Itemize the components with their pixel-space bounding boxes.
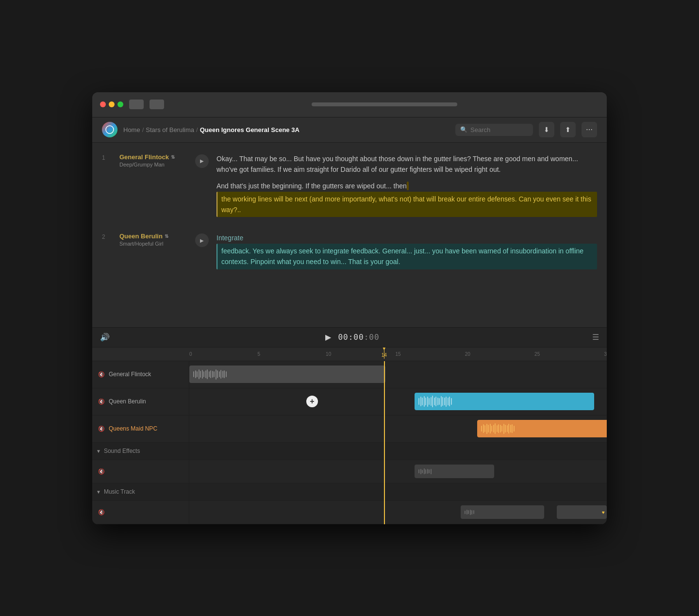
dialogue-block-1a: Okay... That may be so... But have you t… xyxy=(216,153,597,175)
traffic-lights xyxy=(100,101,123,107)
playlist-icon: ☰ xyxy=(592,333,599,342)
character-info-2: Queen Berulin ⇅ Smart/Hopeful Girl xyxy=(119,233,187,247)
waveform-1 xyxy=(189,366,385,383)
track-label-queen-berulin: 🔇 Queen Berulin xyxy=(92,388,189,415)
waveform-sound xyxy=(415,465,494,478)
mute-icon-3[interactable]: 🔇 xyxy=(98,426,105,432)
add-clip-button[interactable]: + xyxy=(306,396,318,407)
time-ms: :00 xyxy=(364,333,380,342)
header: Home / Stars of Berulima / Queen Ignores… xyxy=(92,117,607,143)
line-number-2: 2 xyxy=(102,233,112,240)
audio-clip-2[interactable] xyxy=(415,393,594,410)
play-line-2-button[interactable]: ▶ xyxy=(195,233,209,247)
more-menu-button[interactable]: ⋯ xyxy=(582,122,597,137)
track-label-general-flintock: 🔇 General Flintock xyxy=(92,361,189,388)
timeline-header: 🔊 ▶ 00:00:00 ☰ xyxy=(92,328,607,348)
section-label-text-music: Music Track xyxy=(104,488,135,495)
search-input[interactable] xyxy=(470,126,528,133)
character-sort-icon: ⇅ xyxy=(171,154,175,160)
track-content-3 xyxy=(189,416,607,442)
dialogue-block-1b: And that's just the beginning. If the gu… xyxy=(216,181,597,217)
play-line-1-button[interactable]: ▶ xyxy=(195,154,209,168)
script-area: 1 General Flintock ⇅ Deep/Grumpy Man ▶ O… xyxy=(92,143,607,327)
dialogue-2: Integrate feedback. Yes we always seek t… xyxy=(216,233,597,275)
breadcrumb-sep1: / xyxy=(142,126,144,133)
window-control-2[interactable] xyxy=(150,100,164,109)
audio-clip-sound[interactable] xyxy=(415,465,494,478)
audio-clip-1[interactable] xyxy=(189,366,385,383)
track-label-queens-maid: 🔇 Queens Maid NPC xyxy=(92,416,189,442)
highlighted-text-1 xyxy=(407,182,409,190)
download-icon: ⬇ xyxy=(544,126,549,133)
track-label-text-3: Queens Maid NPC xyxy=(109,425,157,432)
timeline-content: 0 5 10 14 15 20 25 30 xyxy=(92,348,607,524)
character-info-1: General Flintock ⇅ Deep/Grumpy Man xyxy=(119,153,187,167)
section-row-music-track: ▼ Music Track xyxy=(92,483,607,501)
dialogue-1: Okay... That may be so... But have you t… xyxy=(216,153,597,223)
section-label-music-track: ▼ Music Track xyxy=(92,483,189,500)
highlight-block-1: the working lines will be next (and more… xyxy=(216,192,597,217)
waveform-2 xyxy=(415,393,594,410)
track-content-1 xyxy=(189,361,607,388)
timeline-ruler: 0 5 10 14 15 20 25 30 xyxy=(92,348,607,361)
track-label-text-2: Queen Berulin xyxy=(109,398,146,405)
window-control-1[interactable] xyxy=(129,100,144,109)
section-row-sound-effects: ▼ Sound Effects xyxy=(92,443,607,460)
breadcrumb-sep2: / xyxy=(196,126,198,133)
section-content-sound xyxy=(189,443,607,460)
mute-icon-2[interactable]: 🔇 xyxy=(98,399,105,405)
line-number-1: 1 xyxy=(102,153,112,161)
section-label-text-sound: Sound Effects xyxy=(104,448,140,454)
track-content-sound xyxy=(189,460,607,483)
breadcrumb-home[interactable]: Home xyxy=(123,126,140,133)
section-content-music xyxy=(189,483,607,500)
character-sort-icon-2: ⇅ xyxy=(165,233,168,239)
audio-clip-music-2[interactable]: ♥ xyxy=(557,505,607,519)
audio-clip-3[interactable] xyxy=(477,420,607,437)
ruler-playhead xyxy=(384,348,384,359)
tracks-area: 🔇 General Flintock xyxy=(92,361,607,524)
track-content-music: ♥ xyxy=(189,501,607,524)
audio-clip-music-1[interactable] xyxy=(461,505,544,519)
highlight-block-2: feedback. Yes we always seek to integrat… xyxy=(216,244,597,269)
track-label-text-1: General Flintock xyxy=(109,371,151,378)
character-name-1: General Flintock ⇅ xyxy=(119,153,187,161)
app-window: Home / Stars of Berulima / Queen Ignores… xyxy=(92,92,607,524)
waveform-music-1 xyxy=(461,505,544,519)
mute-icon-1[interactable]: 🔇 xyxy=(98,371,105,378)
timeline-play-button[interactable]: ▶ xyxy=(322,332,334,343)
scene-line-1: 1 General Flintock ⇅ Deep/Grumpy Man ▶ O… xyxy=(92,150,607,226)
heart-icon: ♥ xyxy=(602,510,605,515)
breadcrumb-current-scene: Queen Ignores General Scene 3A xyxy=(200,126,300,133)
close-button[interactable] xyxy=(100,101,106,107)
character-role-1: Deep/Grumpy Man xyxy=(119,162,187,167)
search-icon: 🔍 xyxy=(460,126,467,133)
track-row-music-clip: 🔇 xyxy=(92,501,607,524)
share-button[interactable]: ⬆ xyxy=(560,122,576,137)
mute-icon-music[interactable]: 🔇 xyxy=(98,509,105,516)
titlebar xyxy=(92,92,607,117)
speaker-icon: 🔊 xyxy=(100,333,110,342)
section-collapse-icon-sound[interactable]: ▼ xyxy=(96,449,101,454)
track-row-queen-berulin: 🔇 Queen Berulin + xyxy=(92,388,607,416)
breadcrumb-project[interactable]: Stars of Berulima xyxy=(146,126,194,133)
character-name-2: Queen Berulin ⇅ xyxy=(119,233,187,240)
fullscreen-button[interactable] xyxy=(117,101,123,107)
scene-line-2: 2 Queen Berulin ⇅ Smart/Hopeful Girl ▶ I… xyxy=(92,230,607,278)
track-row-sound-effects-clip: 🔇 xyxy=(92,460,607,483)
download-button[interactable]: ⬇ xyxy=(539,122,554,137)
track-label-sound-effects: 🔇 xyxy=(92,460,189,483)
section-collapse-icon-music[interactable]: ▼ xyxy=(96,489,101,495)
breadcrumb: Home / Stars of Berulima / Queen Ignores… xyxy=(123,126,300,133)
section-label-sound-effects: ▼ Sound Effects xyxy=(92,443,189,460)
timeline-area: 🔊 ▶ 00:00:00 ☰ 0 5 10 14 xyxy=(92,327,607,524)
mute-icon-sound[interactable]: 🔇 xyxy=(98,468,105,475)
track-content-2: + xyxy=(189,388,607,415)
dialogue-block-2a: Integrate feedback. Yes we always seek t… xyxy=(216,233,597,269)
app-logo xyxy=(102,122,117,137)
time-code: 00:00:00 xyxy=(338,333,379,342)
character-role-2: Smart/Hopeful Girl xyxy=(119,241,187,247)
search-box[interactable]: 🔍 xyxy=(455,124,533,136)
minimize-button[interactable] xyxy=(109,101,115,107)
track-row-general-flintock: 🔇 General Flintock xyxy=(92,361,607,388)
